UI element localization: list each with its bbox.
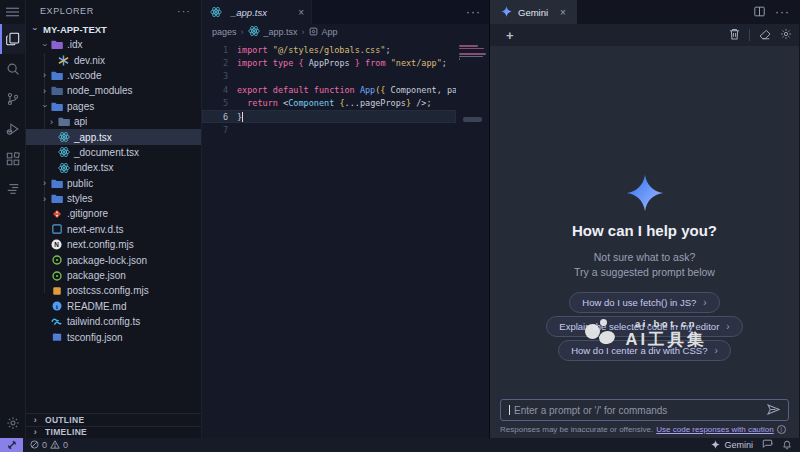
tree-item-node-modules[interactable]: ›node_modules [26,83,201,98]
gemini-tab-label: Gemini [518,7,548,18]
tree-item--vscode[interactable]: ›.vscode [26,68,201,83]
breadcrumb[interactable]: pages›_app.tsx›App [202,24,489,40]
tree-item-next-env-d-ts[interactable]: next-env.d.ts [26,222,201,237]
tree-item-tsconfig-json[interactable]: tsconfig.json [26,329,201,344]
eraser-icon[interactable] [759,26,771,44]
react-icon [57,131,70,144]
tree-item-postcss-config-mjs[interactable]: postcss.config.mjs [26,283,201,298]
tree-item--idx[interactable]: ›.idx [26,37,201,52]
file-tree: ›.idxdev.nix›.vscode›node_modules›pages›… [26,37,201,413]
suggested-prompt-3[interactable]: How do I center a div with CSS?› [558,340,731,361]
code-line-2[interactable]: 2import type { AppProps } from "next/app… [202,56,456,69]
gemini-input-area: Enter a prompt or '/' for commands Respo… [490,399,799,438]
send-icon[interactable] [767,401,780,419]
close-icon[interactable]: × [298,7,304,18]
tree-item-pages[interactable]: ›pages [26,99,201,114]
prompt-input[interactable]: Enter a prompt or '/' for commands [500,399,789,421]
outline-section[interactable]: › OUTLINE [26,413,201,426]
gemini-logo-icon [626,174,664,212]
line-number: 6 [202,112,228,122]
activity-menu-menu-icon[interactable] [0,0,25,24]
suggested-prompt-1[interactable]: How do I use fetch() in JS?› [569,292,719,313]
folder-api-icon [57,115,70,128]
activity-explorer-files-icon[interactable] [0,24,25,54]
tree-item--gitignore[interactable]: .gitignore [26,206,201,221]
activity-search-search-icon[interactable] [0,54,25,84]
code-line-3[interactable]: 3 [202,70,456,83]
minimap-line [459,53,486,55]
breadcrumb-item[interactable]: pages [212,27,237,37]
tree-item-public[interactable]: ›public [26,176,201,191]
tree-item-package-lock-json[interactable]: package-lock.json [26,252,201,267]
gemini-spark-icon [501,6,512,19]
chevron-right-icon: › [46,117,57,127]
tab-gemini[interactable]: Gemini × [490,0,577,24]
tree-item-package-json[interactable]: package.json [26,268,201,283]
gemini-status-item[interactable]: Gemini [711,440,753,451]
gear-icon[interactable] [780,26,792,44]
tree-item-tailwind-config-ts[interactable]: tailwind.config.ts [26,314,201,329]
gemini-tab-strip: Gemini × ··· [490,0,799,24]
tree-item-label: .idx [67,39,83,50]
tree-item-label: styles [67,193,93,204]
close-icon[interactable]: × [560,7,566,18]
tree-item-next-config-mjs[interactable]: Nnext.config.mjs [26,237,201,252]
chevron-right-icon: › [39,86,50,96]
new-chat-button[interactable]: + [506,28,514,43]
code-line-4[interactable]: 4export default function App({ Component… [202,83,456,96]
code-line-6[interactable]: 6} [202,110,456,123]
tree-root-my-app-text[interactable]: › MY-APP-TEXT [26,21,201,37]
code-line-1[interactable]: 1import "@/styles/globals.css"; [202,43,456,56]
code-area[interactable]: 1import "@/styles/globals.css";2import t… [202,40,489,438]
line-number: 2 [202,58,228,68]
activity-settings-gear-icon[interactable] [0,408,25,438]
info-icon: i [50,300,63,313]
breadcrumb-separator: › [302,27,305,37]
tree-item--document-tsx[interactable]: _document.tsx [26,145,201,160]
activity-bar [0,0,26,438]
suggested-prompt-2[interactable]: Explain the selected code in my editor› [546,316,742,337]
editor-more-icon[interactable]: ··· [466,5,489,19]
prompt-placeholder: Enter a prompt or '/' for commands [514,405,763,416]
code-line-7[interactable]: 7 [202,123,456,136]
chevron-right-icon: › [39,178,50,188]
activity-source-control-source-control-icon[interactable] [0,84,25,114]
tree-item-api[interactable]: ›api [26,114,201,129]
info-icon[interactable]: i [777,425,786,434]
tree-item-styles[interactable]: ›styles [26,191,201,206]
line-number: 4 [202,85,228,95]
tree-item-readme-md[interactable]: iREADME.md [26,299,201,314]
tree-item--app-tsx[interactable]: _app.tsx [26,129,201,144]
tree-item-label: .vscode [67,70,101,81]
gemini-body: How can I help you? Not sure what to ask… [490,46,799,399]
caution-link[interactable]: Use code responses with caution [656,425,773,434]
trash-icon[interactable] [729,26,740,44]
breadcrumb-item[interactable]: _app.tsx [264,27,298,37]
tree-item-index-tsx[interactable]: index.tsx [26,160,201,175]
activity-ports-ports-icon[interactable] [0,174,25,204]
tree-item-dev-nix[interactable]: dev.nix [26,52,201,67]
split-editor-icon[interactable] [754,3,765,21]
problems-status[interactable]: 0 0 [23,440,68,451]
activity-run-debug-run-debug-icon[interactable] [0,114,25,144]
minimap[interactable] [456,40,489,438]
minimap-line [459,58,460,60]
tree-item-label: README.md [67,301,126,312]
activity-extensions-extensions-icon[interactable] [0,144,25,174]
explorer-more-icon[interactable]: ··· [177,5,191,17]
feedback-icon[interactable] [762,439,773,451]
timeline-section[interactable]: › TIMELINE [26,426,201,439]
ts-def-icon [50,223,63,236]
code-line-5[interactable]: 5 return <Component {...pageProps} />; [202,97,456,110]
svg-text:i: i [56,303,58,310]
breadcrumb-item[interactable]: App [322,27,338,37]
remote-indicator[interactable] [0,438,23,452]
tree-item-label: _app.tsx [74,132,112,143]
bell-icon[interactable] [782,439,792,452]
explorer-sidebar: EXPLORER ··· › MY-APP-TEXT ›.idxdev.nix›… [26,0,202,438]
gemini-more-icon[interactable]: ··· [775,5,790,19]
tab-app-tsx[interactable]: _app.tsx × [202,0,312,24]
gemini-subtitle: Not sure what to ask? Try a suggested pr… [574,250,715,280]
scrollbar-thumb[interactable] [463,117,482,122]
minimap-line [459,56,483,58]
